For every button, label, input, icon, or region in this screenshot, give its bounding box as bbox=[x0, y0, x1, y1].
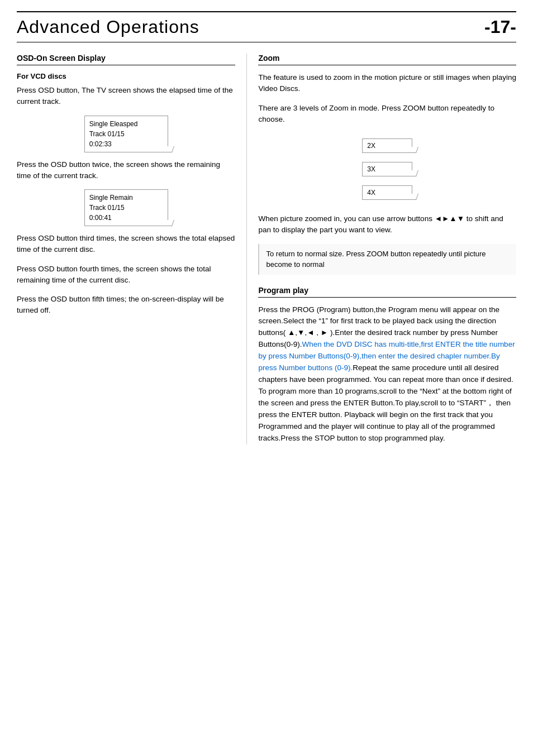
left-column: OSD-On Screen Display For VCD discs Pres… bbox=[17, 54, 247, 444]
zoom-usage-text: When picture zoomed in, you can use arro… bbox=[258, 213, 516, 236]
osd-box1-line1: Single Eleasped bbox=[89, 119, 163, 129]
page-header: Advanced Operations -17- bbox=[17, 11, 516, 42]
program-text-end: Repeat the same procedure until all desi… bbox=[258, 363, 513, 442]
program-text: Press the PROG (Program) button,the Prog… bbox=[258, 304, 516, 444]
zoom-box-4x: 4X bbox=[362, 185, 412, 200]
page-number: -17- bbox=[484, 17, 516, 37]
zoom-section-title: Zoom bbox=[258, 54, 516, 65]
right-column: Zoom The feature is used to zoom in the … bbox=[247, 54, 516, 444]
osd-box1-line3: 0:02:33 bbox=[89, 139, 163, 149]
program-section: Program play Press the PROG (Program) bu… bbox=[258, 286, 516, 444]
osd-section-title: OSD-On Screen Display bbox=[17, 54, 235, 65]
osd-subsection-title: For VCD discs bbox=[17, 72, 235, 80]
osd-para5: Press the OSD button fifth times; the on… bbox=[17, 294, 235, 317]
zoom-box-3x: 3X bbox=[362, 162, 412, 176]
osd-box2-line3: 0:00:41 bbox=[89, 213, 163, 223]
osd-para1: Press OSD button, The TV screen shows th… bbox=[17, 85, 235, 108]
osd-box2-line2: Track 01/15 bbox=[89, 203, 163, 213]
osd-para2: Press the OSD button twice, the screen s… bbox=[17, 159, 235, 182]
zoom-return-box: To return to normal size. Press ZOOM but… bbox=[258, 244, 516, 275]
osd-box1-line2: Track 01/15 bbox=[89, 129, 163, 139]
zoom-boxes-container: 2X 3X 4X bbox=[258, 134, 516, 204]
osd-para4: Press OSD button fourth times, the scree… bbox=[17, 264, 235, 286]
zoom-intro-text: The feature is used to zoom in the motio… bbox=[258, 72, 516, 95]
osd-display-box-1: Single Eleasped Track 01/15 0:02:33 bbox=[84, 116, 168, 152]
zoom-box-2x: 2X bbox=[362, 138, 412, 153]
osd-para3: Press OSD button third times, the screen… bbox=[17, 233, 235, 256]
main-content: OSD-On Screen Display For VCD discs Pres… bbox=[17, 54, 516, 444]
zoom-levels-desc: There are 3 levels of Zoom in mode. Pres… bbox=[258, 103, 516, 126]
program-section-title: Program play bbox=[258, 286, 516, 298]
osd-display-box-2: Single Remain Track 01/15 0:00:41 bbox=[84, 189, 168, 226]
page: Advanced Operations -17- OSD-On Screen D… bbox=[0, 0, 533, 756]
osd-box2-line1: Single Remain bbox=[89, 193, 163, 203]
page-title: Advanced Operations bbox=[17, 17, 199, 37]
